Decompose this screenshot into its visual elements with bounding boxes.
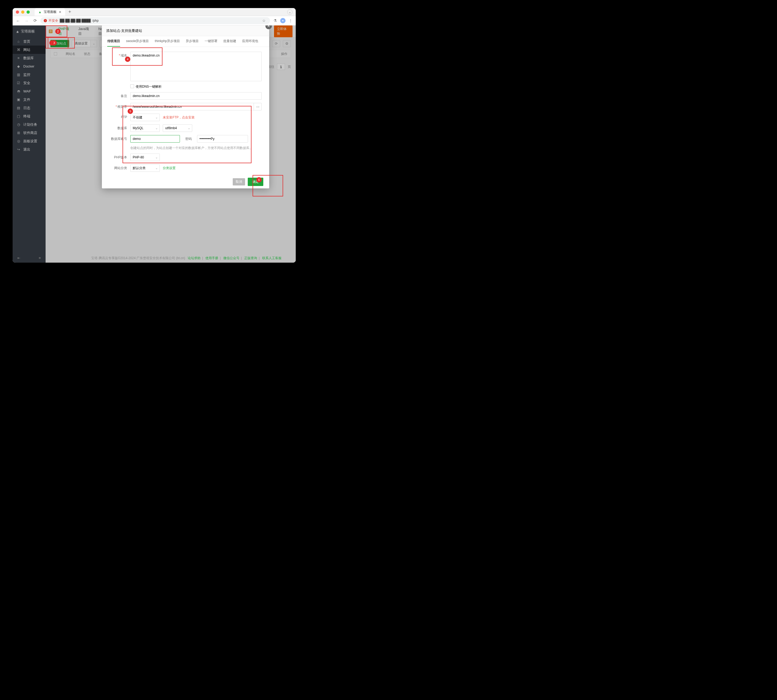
- docker-icon: ◆: [16, 64, 21, 68]
- app: ▲宝塔面板 ⌂首页 ⌘网站 ≡数据库 ◆Docker ▥监控 ☑安全 ◓WAF …: [13, 25, 296, 263]
- sidebar-item-website[interactable]: ⌘网站: [13, 45, 45, 54]
- dbuser-input[interactable]: [130, 135, 180, 143]
- log-icon: ▤: [16, 106, 21, 110]
- dbpwd-label: 密码: [185, 137, 192, 141]
- globe-icon: ⌘: [16, 48, 21, 52]
- category-settings-link[interactable]: 分类设置: [163, 166, 175, 170]
- php-label: PHP版本: [114, 155, 127, 159]
- terminal-icon: ▢: [16, 114, 21, 118]
- new-tab-button[interactable]: +: [69, 9, 71, 15]
- dialog-tabs: 传统项目 swoole异步项目 thinkphp异步项目 异步项目 一键部署 批…: [102, 36, 269, 47]
- browser-window: ▲ 宝塔面板 ✕ + ⌄ ← → ⟳ ! 不安全 ██.██.██.██:███…: [13, 8, 296, 263]
- star-icon[interactable]: ☆: [261, 18, 267, 23]
- category-label: 网站分类: [114, 166, 127, 170]
- annotation-badge: 5: [128, 108, 133, 114]
- category-select[interactable]: 默认分类: [130, 164, 160, 172]
- sidebar-item-waf[interactable]: ◓WAF: [13, 87, 45, 95]
- url-path: /php: [92, 19, 99, 23]
- insecure-label: 不安全: [48, 18, 58, 23]
- sidebar: ▲宝塔面板 ⌂首页 ⌘网站 ≡数据库 ◆Docker ▥监控 ☑安全 ◓WAF …: [13, 25, 45, 263]
- waf-icon: ◓: [16, 89, 21, 93]
- dtab-async[interactable]: 异步项目: [186, 36, 199, 47]
- brand: ▲宝塔面板: [13, 25, 45, 37]
- dns-label: 使用DNS一键解析: [136, 85, 162, 88]
- ftp-label: FTP: [121, 115, 127, 119]
- window-dropdown-icon[interactable]: ⌄: [287, 9, 292, 15]
- clock-icon: ◷: [16, 122, 21, 127]
- remark-label: 备注: [121, 94, 127, 98]
- close-tab-icon[interactable]: ✕: [59, 10, 62, 14]
- dns-checkbox[interactable]: [130, 84, 134, 88]
- main: 0 PHP项目 Java项目 Node项目 Go项目 Python项目 Net项…: [45, 25, 296, 263]
- dtab-env[interactable]: 应用环境包: [242, 36, 258, 47]
- nav-forward-icon[interactable]: →: [23, 18, 30, 23]
- monitor-icon: ▥: [16, 73, 21, 77]
- traffic-lights[interactable]: [16, 10, 30, 14]
- more-icon[interactable]: ⋮: [288, 18, 294, 23]
- dialog-title: 添加站点-支持批量建站: [106, 28, 142, 33]
- footer-link[interactable]: 联系人工客服: [262, 256, 282, 260]
- dialog-footer: 取消 确定: [102, 175, 269, 188]
- nav-back-icon[interactable]: ←: [15, 18, 21, 23]
- sidebar-item-docker[interactable]: ◆Docker: [13, 62, 45, 70]
- ftp-hint[interactable]: 未安装FTP，点击安装: [163, 115, 195, 119]
- url-box[interactable]: ! 不安全 ██.██.██.██:████ /php ☆: [40, 17, 270, 24]
- footer-link[interactable]: 使用手册: [206, 256, 218, 260]
- dtab-swoole[interactable]: swoole异步项目: [126, 36, 149, 47]
- dtab-thinkphp[interactable]: thinkphp异步项目: [155, 36, 180, 47]
- sidebar-item-home[interactable]: ⌂首页: [13, 37, 45, 45]
- annotation-badge: 4: [125, 57, 130, 62]
- cancel-button[interactable]: 取消: [233, 178, 245, 185]
- db-hint: 创建站点的同时，为站点创建一个对应的数据库帐户，方便不同站点使用不同数据库。: [130, 146, 262, 150]
- nav-reload-icon[interactable]: ⟳: [32, 18, 38, 23]
- collapse-icon[interactable]: ⇤: [17, 256, 20, 260]
- folder-picker-icon[interactable]: ▭: [254, 103, 262, 110]
- sidebar-item-security[interactable]: ☑安全: [13, 79, 45, 87]
- logout-icon: ↪: [16, 147, 21, 152]
- ftp-select[interactable]: 不创建: [130, 113, 160, 121]
- sidebar-item-logs[interactable]: ▤日志: [13, 104, 45, 112]
- browser-tab[interactable]: ▲ 宝塔面板 ✕: [35, 8, 65, 16]
- footer-link[interactable]: 微信公众号: [223, 256, 239, 260]
- gear-icon: ◎: [16, 139, 21, 143]
- sidebar-item-database[interactable]: ≡数据库: [13, 54, 45, 62]
- titlebar: ▲ 宝塔面板 ✕ + ⌄: [13, 8, 296, 16]
- address-bar: ← → ⟳ ! 不安全 ██.██.██.██:████ /php ☆ ⚗ ● …: [13, 16, 296, 25]
- sidebar-footer: ⇤≡: [13, 253, 45, 263]
- annotation-badge: 6: [256, 177, 262, 183]
- footer-link[interactable]: 论坛求助: [188, 256, 201, 260]
- annotation-badge: 3: [52, 40, 57, 45]
- profile-avatar[interactable]: ●: [280, 18, 286, 23]
- db-engine-select[interactable]: MySQL: [130, 124, 160, 132]
- url-host: ██.██.██.██:████: [60, 19, 90, 23]
- db-label: 数据库: [117, 126, 127, 130]
- home-icon: ⌂: [16, 39, 21, 43]
- menu-icon[interactable]: ≡: [38, 256, 41, 260]
- sidebar-item-logout[interactable]: ↪退出: [13, 145, 45, 153]
- domain-input[interactable]: demo.likeadmin.cn: [130, 52, 262, 81]
- add-site-dialog: 添加站点-支持批量建站 ✕ 传统项目 swoole异步项目 thinkphp异步…: [102, 25, 269, 188]
- apps-icon: ⊞: [16, 131, 21, 135]
- dtab-batch[interactable]: 批量创建: [223, 36, 236, 47]
- db-charset-select[interactable]: utf8mb4: [163, 124, 192, 132]
- sidebar-item-monitor[interactable]: ▥监控: [13, 70, 45, 79]
- dbuser-label: 数据库账号: [111, 137, 127, 141]
- dtab-trad[interactable]: 传统项目: [107, 36, 120, 47]
- db-icon: ≡: [16, 56, 21, 60]
- root-input[interactable]: [130, 103, 254, 110]
- sidebar-item-terminal[interactable]: ▢终端: [13, 112, 45, 120]
- folder-icon: ▣: [16, 98, 21, 102]
- dtab-deploy[interactable]: 一键部署: [205, 36, 217, 47]
- sidebar-item-files[interactable]: ▣文件: [13, 95, 45, 104]
- footer: 宝塔·腾讯云专享版©2014-2024 广东堡塔安全技术有限公司 (bt.cn)…: [79, 256, 296, 260]
- sidebar-item-cron[interactable]: ◷计划任务: [13, 120, 45, 128]
- footer-link[interactable]: 正版查询: [244, 256, 257, 260]
- favicon-icon: ▲: [38, 10, 42, 14]
- remark-input[interactable]: [130, 92, 262, 100]
- dbpwd-input[interactable]: [197, 135, 248, 143]
- php-select[interactable]: PHP-80: [130, 153, 160, 161]
- sidebar-item-store[interactable]: ⊞软件商店: [13, 128, 45, 137]
- labs-icon[interactable]: ⚗: [272, 18, 278, 23]
- sidebar-item-settings[interactable]: ◎面板设置: [13, 137, 45, 145]
- annotation-badge: 2: [55, 29, 60, 34]
